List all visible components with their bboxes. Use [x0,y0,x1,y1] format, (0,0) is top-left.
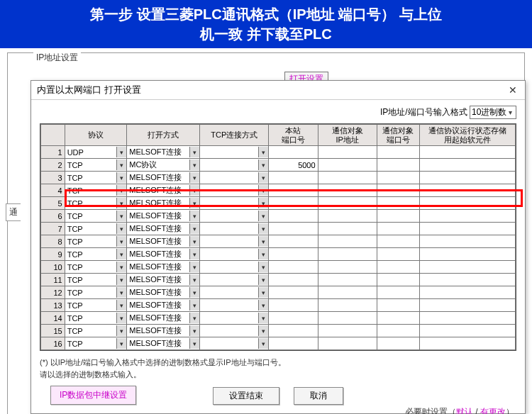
open-method-select[interactable]: MELSOFT连接▾ [127,197,199,209]
chevron-down-icon[interactable]: ▾ [116,198,126,208]
chevron-down-icon[interactable]: ▾ [189,300,199,310]
device-cell[interactable] [420,146,516,159]
remote-port-cell[interactable] [377,197,420,210]
remote-ip-cell[interactable] [318,172,377,184]
chevron-down-icon[interactable]: ▾ [189,313,199,323]
local-port-cell[interactable] [269,223,318,235]
tcp-method-select[interactable]: ▾ [200,184,268,196]
protocol-select[interactable]: TCP▾ [65,274,127,286]
local-port-cell[interactable] [269,248,318,261]
device-cell[interactable] [420,286,516,299]
protocol-select[interactable]: TCP▾ [65,312,127,324]
protocol-select[interactable]: TCP▾ [65,184,127,196]
local-port-cell[interactable] [269,286,318,299]
chevron-down-icon[interactable]: ▾ [116,313,126,323]
remote-port-cell[interactable] [377,261,420,274]
ip-relay-settings-button[interactable]: IP数据包中继设置 [50,386,136,405]
protocol-select[interactable]: TCP▾ [65,286,127,298]
tcp-method-select[interactable]: ▾ [200,210,268,222]
open-method-select[interactable]: MELSOFT连接▾ [127,312,199,324]
open-method-select[interactable]: MELSOFT连接▾ [127,299,199,311]
local-port-cell[interactable]: 5000 [269,159,318,172]
protocol-select[interactable]: TCP▾ [65,261,127,273]
chevron-down-icon[interactable]: ▾ [116,160,126,170]
chevron-down-icon[interactable]: ▾ [189,236,199,247]
tcp-method-select[interactable]: ▾ [200,274,268,286]
local-port-cell[interactable] [269,325,318,337]
chevron-down-icon[interactable]: ▾ [116,223,126,234]
remote-port-cell[interactable] [377,184,420,197]
local-port-cell[interactable] [269,235,318,248]
remote-port-cell[interactable] [377,286,420,299]
chevron-down-icon[interactable]: ▾ [116,249,126,259]
chevron-down-icon[interactable]: ▾ [116,236,126,247]
open-method-select[interactable]: MELSOFT连接▾ [127,261,199,273]
chevron-down-icon[interactable]: ▾ [258,338,268,349]
tcp-method-select[interactable]: ▾ [200,312,268,324]
local-port-cell[interactable] [269,172,318,184]
local-port-cell[interactable] [269,312,318,325]
device-cell[interactable] [420,172,516,184]
tcp-method-select[interactable]: ▾ [200,286,268,298]
device-cell[interactable] [420,197,516,210]
chevron-down-icon[interactable]: ▾ [189,223,199,234]
protocol-select[interactable]: TCP▾ [65,337,127,349]
device-cell[interactable] [420,299,516,312]
chevron-down-icon[interactable]: ▾ [189,147,199,157]
remote-ip-cell[interactable] [318,299,377,312]
chevron-down-icon[interactable]: ▾ [116,185,126,196]
open-method-select[interactable]: MELSOFT连接▾ [127,210,199,222]
local-port-cell[interactable] [269,184,318,197]
device-cell[interactable] [420,337,516,350]
protocol-select[interactable]: UDP▾ [65,146,127,158]
protocol-select[interactable]: TCP▾ [65,248,127,260]
protocol-select[interactable]: TCP▾ [65,172,127,184]
remote-port-cell[interactable] [377,337,420,350]
chevron-down-icon[interactable]: ▾ [258,172,268,183]
protocol-select[interactable]: TCP▾ [65,210,127,222]
chevron-down-icon[interactable]: ▾ [116,287,126,298]
chevron-down-icon[interactable]: ▾ [258,185,268,196]
chevron-down-icon[interactable]: ▾ [116,274,126,285]
chevron-down-icon[interactable]: ▾ [189,211,199,221]
chevron-down-icon[interactable]: ▾ [258,223,268,234]
chevron-down-icon[interactable]: ▾ [189,185,199,196]
remote-ip-cell[interactable] [318,197,377,210]
close-icon[interactable]: ✕ [506,84,519,96]
remote-ip-cell[interactable] [318,235,377,248]
protocol-select[interactable]: TCP▾ [65,235,127,247]
device-cell[interactable] [420,235,516,248]
tcp-method-select[interactable]: ▾ [200,197,268,209]
remote-port-cell[interactable] [377,325,420,337]
tcp-method-select[interactable]: ▾ [200,235,268,247]
device-cell[interactable] [420,223,516,235]
chevron-down-icon[interactable]: ▾ [258,147,268,157]
chevron-down-icon[interactable]: ▾ [189,249,199,259]
open-method-select[interactable]: MELSOFT连接▾ [127,325,199,337]
local-port-cell[interactable] [269,261,318,274]
chevron-down-icon[interactable]: ▾ [258,325,268,336]
protocol-select[interactable]: TCP▾ [65,223,127,235]
remote-ip-cell[interactable] [318,325,377,337]
chevron-down-icon[interactable]: ▾ [189,287,199,298]
chevron-down-icon[interactable]: ▾ [116,325,126,336]
ok-button[interactable]: 设置结束 [213,387,279,405]
remote-ip-cell[interactable] [318,146,377,159]
remote-port-cell[interactable] [377,223,420,235]
remote-ip-cell[interactable] [318,337,377,350]
open-method-select[interactable]: MC协议▾ [127,159,199,171]
chevron-down-icon[interactable]: ▾ [189,274,199,285]
chevron-down-icon[interactable]: ▾ [258,300,268,310]
chevron-down-icon[interactable]: ▾ [189,160,199,170]
tcp-method-select[interactable]: ▾ [200,172,268,184]
local-port-cell[interactable] [269,210,318,223]
remote-port-cell[interactable] [377,299,420,312]
chevron-down-icon[interactable]: ▾ [258,287,268,298]
chevron-down-icon[interactable]: ▾ [116,147,126,157]
tcp-method-select[interactable]: ▾ [200,159,268,171]
chevron-down-icon[interactable]: ▾ [258,198,268,208]
open-method-select[interactable]: MELSOFT连接▾ [127,274,199,286]
remote-port-cell[interactable] [377,210,420,223]
device-cell[interactable] [420,184,516,197]
local-port-cell[interactable] [269,197,318,210]
